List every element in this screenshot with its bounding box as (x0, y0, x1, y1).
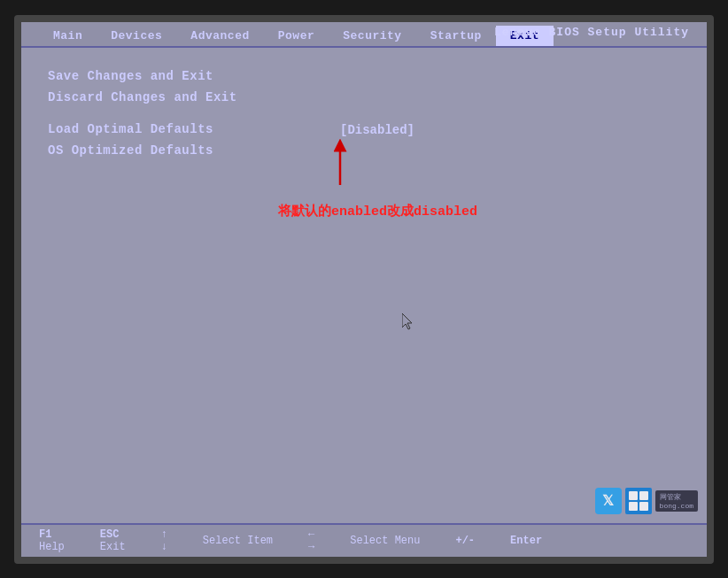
spacer-1 (48, 108, 680, 119)
menu-item-devices[interactable]: Devices (97, 26, 176, 46)
load-optimal-option[interactable]: Load Optimal Defaults (48, 119, 213, 140)
status-pm-key: +/- (455, 535, 475, 547)
monitor-bezel: Lenovo BIOS Setup Utility Main Devices A… (14, 15, 714, 564)
status-f1: F1 Help (39, 528, 65, 553)
watermark-text: 网管家bong.com (655, 490, 698, 512)
bios-screen: Lenovo BIOS Setup Utility Main Devices A… (21, 22, 707, 557)
status-f1-value: Help (39, 541, 65, 553)
menu-item-main[interactable]: Main (39, 26, 97, 46)
menu-bar: Lenovo BIOS Setup Utility Main Devices A… (21, 22, 707, 48)
status-ud-key: ↑ (161, 528, 167, 541)
save-exit-option[interactable]: Save Changes and Exit (48, 66, 213, 87)
discard-exit-option[interactable]: Discard Changes and Exit (48, 87, 237, 108)
status-plus-minus: +/- (455, 535, 475, 547)
status-select-item: Select Item (203, 535, 273, 547)
status-ud-key2: ↓ (161, 541, 167, 553)
menu-item-security[interactable]: Security (329, 26, 415, 46)
status-esc: ESC Exit (100, 528, 126, 553)
twitter-icon: 𝕏 (595, 488, 622, 514)
status-select-menu: Select Menu (350, 535, 420, 547)
os-optimized-option[interactable]: OS Optimized Defaults (48, 140, 213, 161)
bios-title: Lenovo BIOS Setup Utility (494, 26, 689, 39)
menu-item-power[interactable]: Power (264, 26, 329, 46)
menu-item-advanced[interactable]: Advanced (176, 26, 263, 46)
menu-item-startup[interactable]: Startup (416, 26, 496, 46)
status-esc-key: ESC (100, 528, 120, 541)
mouse-cursor (402, 313, 414, 331)
status-lr-key2: → (308, 541, 314, 553)
os-optimized-value: [Disabled] (340, 123, 530, 137)
status-esc-value: Exit (100, 541, 126, 553)
menu-items: Main Devices Advanced Power Security Sta… (21, 26, 554, 46)
status-arrows-lr: ← → (308, 528, 314, 553)
annotation-arrow (322, 136, 376, 189)
status-lr-key: ← (308, 528, 314, 541)
watermark-area: 𝕏 网管家bong.com (595, 488, 698, 514)
status-f1-key: F1 (39, 528, 51, 541)
content-area: Save Changes and Exit Discard Changes an… (21, 48, 707, 523)
status-arrows-ud: ↑ ↓ (161, 528, 167, 553)
status-select-item-label: Select Item (203, 535, 273, 547)
status-bar: F1 Help ESC Exit ↑ ↓ Select Item ← → Sel… (21, 523, 707, 557)
windows-icon (625, 488, 652, 514)
status-select-menu-label: Select Menu (350, 535, 420, 547)
status-enter: Enter (510, 535, 542, 547)
status-enter-key: Enter (510, 535, 542, 547)
svg-marker-2 (402, 313, 412, 329)
chinese-annotation: 将默认的enabled改成disabled (278, 203, 680, 220)
